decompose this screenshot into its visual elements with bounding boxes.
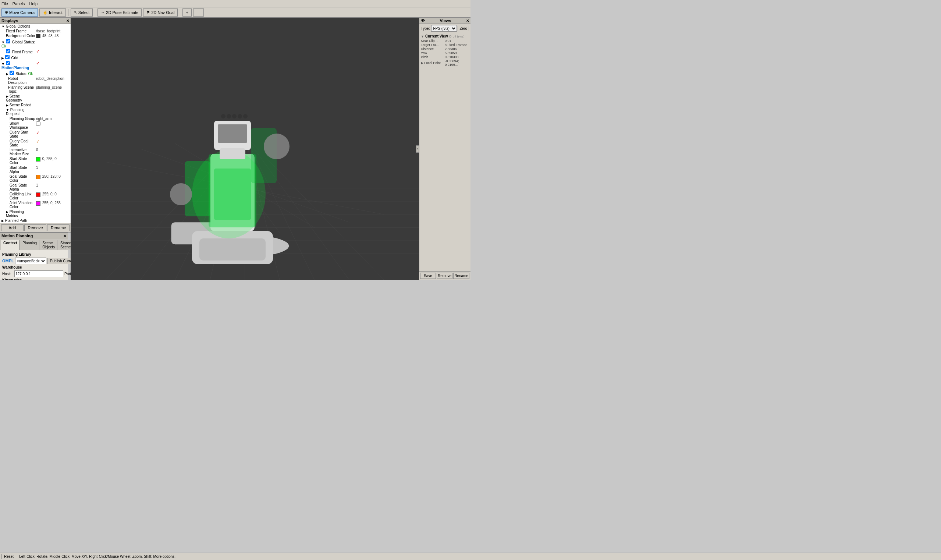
expand-icon[interactable]: ▶: [6, 72, 8, 76]
tree-item-bg-color[interactable]: Background Color 48; 48; 48: [0, 34, 71, 38]
interact-button[interactable]: ☝ Interact: [39, 8, 66, 17]
tree-item-planning-metrics[interactable]: ▶ Planning Metrics: [0, 209, 71, 218]
tree-item-query-start[interactable]: Query Start State ✓: [0, 130, 71, 139]
status-ok-checkbox[interactable]: [9, 71, 14, 75]
host-input[interactable]: [14, 271, 63, 277]
ompl-label: OMPL: [2, 258, 14, 263]
current-view-arrow: ▼: [421, 35, 424, 38]
goal-color-swatch[interactable]: [36, 175, 40, 179]
displays-close-btn[interactable]: ✕: [66, 19, 69, 23]
views-remove-button[interactable]: Remove: [437, 272, 452, 279]
global-status-checkbox[interactable]: [6, 39, 10, 43]
tree-item-robot-desc[interactable]: Robot Description robot_description: [0, 76, 71, 85]
tree-item-scene-geometry[interactable]: ▶ Scene Geometry: [0, 94, 71, 103]
svg-rect-28: [214, 121, 251, 150]
tree-item-fixed-frame[interactable]: Fixed Frame /base_footprint: [0, 29, 71, 34]
tree-item-global-options[interactable]: ▼ Global Options: [0, 24, 71, 29]
tree-item-scene-robot[interactable]: ▶ Scene Robot: [0, 103, 71, 108]
tree-item-planning-request[interactable]: ▼ Planning Request: [0, 108, 71, 116]
add-display-button[interactable]: Add: [1, 225, 23, 231]
tree-item-planned-path[interactable]: ▶ Planned Path: [0, 218, 71, 223]
tree-item-global-status[interactable]: ▼ Global Status: Ok: [0, 38, 71, 49]
views-save-button[interactable]: Save: [420, 272, 436, 279]
viewport-divider-handle[interactable]: ›: [416, 145, 419, 153]
minus-button[interactable]: —: [193, 8, 204, 17]
motion-planning-checkbox[interactable]: [6, 61, 10, 65]
tree-item-start-alpha[interactable]: Start State Alpha 1: [0, 165, 71, 174]
tree-item-marker-size[interactable]: Interactive Marker Size 0: [0, 148, 71, 156]
toolbar-separator-2: [95, 9, 95, 16]
svg-rect-27: [251, 128, 277, 183]
expand-icon[interactable]: ▼: [2, 62, 5, 66]
views-zero-button[interactable]: Zero: [458, 26, 469, 31]
library-select[interactable]: <unspecified>: [15, 258, 46, 264]
rename-display-button[interactable]: Rename: [47, 225, 69, 231]
expand-icon[interactable]: ▼: [2, 25, 5, 28]
tree-item-grid[interactable]: ▶ Grid: [0, 54, 71, 60]
tab-planning[interactable]: Planning: [20, 240, 39, 250]
svg-line-5: [210, 138, 280, 233]
views-type-select[interactable]: FPS (rviz): [431, 25, 457, 32]
tree-item-planning-group[interactable]: Planning Group right_arm: [0, 116, 71, 121]
tree-item-planning-scene-topic[interactable]: Planning Scene Topic planning_scene: [0, 85, 71, 94]
tab-context[interactable]: Context: [1, 240, 20, 250]
menu-help[interactable]: Help: [29, 2, 37, 6]
tree-item-goal-alpha[interactable]: Goal State Alpha 1: [0, 183, 71, 192]
svg-line-11: [106, 136, 245, 280]
target-frame-val: <Fixed Frame>: [445, 43, 467, 47]
svg-rect-26: [185, 161, 211, 216]
motion-planning-close[interactable]: ✕: [63, 234, 66, 238]
expand-icon[interactable]: ▼: [6, 108, 9, 112]
svg-point-33: [238, 114, 242, 118]
grid-checkbox[interactable]: [5, 55, 9, 59]
tree-label-colliding-color: Colliding Link Color: [9, 192, 31, 200]
pose-estimate-button[interactable]: → 2D Pose Estimate: [97, 8, 141, 17]
tree-item-start-color[interactable]: Start State Color 0; 255; 0: [0, 156, 71, 165]
focal-point-key: Focal Point: [424, 61, 445, 65]
tree-item-goal-color[interactable]: Goal State Color 250; 128; 0: [0, 174, 71, 183]
menu-panels[interactable]: Panels: [12, 2, 25, 6]
svg-point-35: [264, 134, 289, 159]
views-rename-button[interactable]: Rename: [453, 272, 469, 279]
svg-line-12: [140, 136, 244, 280]
tree-item-joint-violation[interactable]: Joint Violation Color 255; 0; 255: [0, 200, 71, 209]
menu-file[interactable]: File: [2, 2, 8, 6]
tree-item-motion-planning[interactable]: ▼ MotionPlanning ✓: [0, 60, 71, 70]
nav-goal-button[interactable]: ⚑ 2D Nav Goal: [143, 8, 178, 17]
colliding-color-swatch[interactable]: [36, 192, 40, 197]
move-camera-button[interactable]: ⊕ Move Camera: [2, 8, 38, 17]
expand-icon[interactable]: ▶: [2, 56, 4, 60]
bg-color-swatch[interactable]: [36, 34, 40, 38]
viewport[interactable]: ›: [71, 18, 419, 280]
tree-item-status-ok[interactable]: ▶ Status: Ok: [0, 70, 71, 76]
fixed-frame-status-checkbox[interactable]: [6, 49, 10, 53]
distance-val: 2.88306: [445, 47, 457, 51]
expand-icon[interactable]: ▶: [6, 210, 8, 214]
tree-label-motion-planning: MotionPlanning: [2, 66, 29, 70]
expand-icon[interactable]: ▶: [6, 103, 8, 107]
expand-icon[interactable]: ▶: [6, 95, 8, 98]
select-button[interactable]: ↖ Select: [71, 8, 93, 17]
show-workspace-checkbox[interactable]: [36, 122, 40, 126]
tree-value-planning-group: right_arm: [36, 117, 51, 121]
tree-item-fixed-frame-status[interactable]: Fixed Frame ✓: [0, 49, 71, 54]
tree-item-colliding-color[interactable]: Colliding Link Color 255; 0; 0: [0, 192, 71, 200]
tree-item-show-workspace[interactable]: Show Workspace: [0, 121, 71, 130]
tree-label-global: Global Options: [6, 24, 30, 28]
remove-display-button[interactable]: Remove: [24, 225, 47, 231]
motion-planning-tabs: Context Planning Scene Objects Stored Sc…: [0, 239, 68, 250]
displays-list[interactable]: ▼ Global Options Fixed Frame /base_footp…: [0, 24, 71, 223]
pitch-key: Pitch: [421, 55, 445, 59]
expand-icon[interactable]: ▶: [2, 219, 4, 223]
tab-scene-objects[interactable]: Scene Objects: [40, 240, 57, 250]
svg-line-18: [245, 136, 349, 280]
plus-button[interactable]: +: [183, 8, 191, 17]
focal-expand-icon[interactable]: ▶: [421, 61, 424, 65]
views-close-btn[interactable]: ✕: [466, 19, 469, 23]
start-color-swatch[interactable]: [36, 157, 40, 162]
tree-item-query-goal[interactable]: Query Goal State ✓: [0, 139, 71, 148]
expand-icon[interactable]: ▼: [2, 40, 5, 44]
svg-line-4: [175, 143, 315, 228]
tree-label-fixed-frame: Fixed Frame: [6, 29, 26, 33]
joint-violation-swatch[interactable]: [36, 201, 40, 206]
